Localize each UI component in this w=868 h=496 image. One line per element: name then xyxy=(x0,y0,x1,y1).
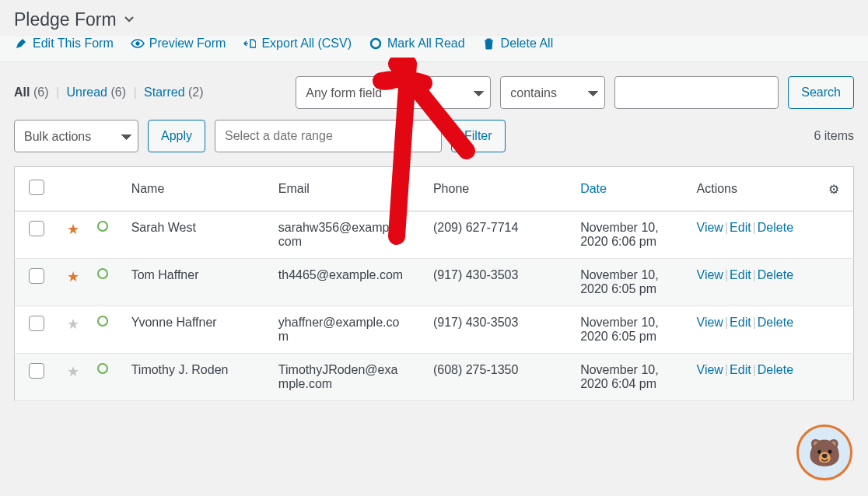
delete-all-label: Delete All xyxy=(501,37,554,51)
row-checkbox[interactable] xyxy=(29,363,44,379)
entry-name: Sarah West xyxy=(117,211,264,259)
entries-table: Name Email Phone Date Actions ⚙ ★Sarah W… xyxy=(14,166,854,401)
entry-phone: (608) 275-1350 xyxy=(419,354,566,401)
table-row: ★Sarah Westsarahw356@example.com(209) 62… xyxy=(15,211,854,259)
entry-date: November 10, 2020 6:05 pm xyxy=(566,259,682,306)
items-count: 6 items xyxy=(814,129,854,143)
edit-link[interactable]: Edit xyxy=(730,316,751,329)
status-filter-links: All (6) | Unread (6) | Starred (2) xyxy=(14,86,204,100)
page-title-dropdown-icon[interactable] xyxy=(123,12,135,28)
star-icon[interactable]: ★ xyxy=(67,269,79,285)
edit-link[interactable]: Edit xyxy=(730,268,751,281)
apply-button[interactable]: Apply xyxy=(148,120,205,152)
filter-bar: All (6) | Unread (6) | Starred (2) Any f… xyxy=(0,62,868,109)
filter-unread-count: (6) xyxy=(110,86,126,99)
column-email-header[interactable]: Email xyxy=(264,167,419,211)
table-row: ★Yvonne Haffneryhaffner@example.com(917)… xyxy=(15,306,854,354)
edit-link[interactable]: Edit xyxy=(730,363,751,376)
read-indicator-icon[interactable] xyxy=(97,268,108,279)
entry-date: November 10, 2020 6:06 pm xyxy=(566,211,682,259)
read-indicator-icon[interactable] xyxy=(97,316,108,327)
page-title-bar: Pledge Form xyxy=(0,0,868,37)
page-title: Pledge Form xyxy=(14,9,117,30)
entry-name: Tom Haffner xyxy=(117,259,264,306)
delete-link[interactable]: Delete xyxy=(758,268,793,281)
eye-icon xyxy=(131,37,145,51)
mascot-badge[interactable]: 🐻 xyxy=(796,424,852,480)
entry-email: sarahw356@example.com xyxy=(264,211,419,259)
row-actions: View|Edit|Delete xyxy=(683,306,854,354)
export-csv-link[interactable]: Export All (CSV) xyxy=(243,37,352,51)
delete-link[interactable]: Delete xyxy=(758,363,793,376)
entry-email: yhaffner@example.com xyxy=(264,306,419,354)
row-checkbox[interactable] xyxy=(29,316,44,331)
entry-name: Timothy J. Roden xyxy=(117,354,264,401)
table-row: ★Timothy J. RodenTimothyJRoden@example.c… xyxy=(15,354,854,401)
view-link[interactable]: View xyxy=(697,221,723,234)
filter-starred-link[interactable]: Starred xyxy=(144,86,184,99)
entry-date: November 10, 2020 6:05 pm xyxy=(566,306,682,354)
export-csv-label: Export All (CSV) xyxy=(261,37,352,51)
star-icon[interactable]: ★ xyxy=(67,222,79,237)
filter-all-label[interactable]: All xyxy=(14,86,30,99)
star-icon[interactable]: ★ xyxy=(67,316,79,332)
table-row: ★Tom Haffnerth4465@example.com(917) 430-… xyxy=(15,259,854,306)
entry-name: Yvonne Haffner xyxy=(117,306,264,354)
read-indicator-icon[interactable] xyxy=(97,363,108,374)
filter-starred-count: (2) xyxy=(188,86,204,99)
date-range-input[interactable] xyxy=(215,120,442,152)
entry-phone: (209) 627-7714 xyxy=(419,211,566,259)
export-icon xyxy=(243,37,257,51)
column-actions-header: Actions xyxy=(683,167,814,211)
svg-point-0 xyxy=(136,42,139,45)
svg-point-1 xyxy=(371,39,380,48)
edit-link[interactable]: Edit xyxy=(730,221,751,234)
star-icon[interactable]: ★ xyxy=(67,364,79,379)
bulk-actions-select[interactable]: Bulk actions xyxy=(14,120,138,152)
entry-email: TimothyJRoden@example.com xyxy=(264,354,419,401)
column-date-header[interactable]: Date xyxy=(580,182,607,195)
preview-form-label: Preview Form xyxy=(149,37,226,51)
circle-icon xyxy=(369,37,383,51)
search-input[interactable] xyxy=(614,76,779,109)
form-actions-toolbar: Edit This Form Preview Form Export All (… xyxy=(0,37,868,62)
delete-all-link[interactable]: Delete All xyxy=(482,37,554,51)
view-link[interactable]: View xyxy=(697,363,723,376)
row-actions: View|Edit|Delete xyxy=(683,211,854,259)
row-actions: View|Edit|Delete xyxy=(683,354,854,401)
form-field-select[interactable]: Any form field xyxy=(296,76,491,109)
edit-form-link[interactable]: Edit This Form xyxy=(14,37,114,51)
preview-form-link[interactable]: Preview Form xyxy=(131,37,226,51)
mark-all-read-label: Mark All Read xyxy=(387,37,465,51)
trash-icon xyxy=(482,37,496,51)
filter-button[interactable]: Filter xyxy=(451,120,506,152)
delete-link[interactable]: Delete xyxy=(758,316,793,329)
mark-all-read-link[interactable]: Mark All Read xyxy=(369,37,465,51)
entry-phone: (917) 430-3503 xyxy=(419,259,566,306)
view-link[interactable]: View xyxy=(697,316,723,329)
row-checkbox[interactable] xyxy=(29,221,44,236)
operator-select[interactable]: contains xyxy=(500,76,605,109)
row-actions: View|Edit|Delete xyxy=(683,259,854,306)
gear-icon[interactable]: ⚙ xyxy=(828,183,839,196)
pencil-icon xyxy=(14,37,28,51)
search-button[interactable]: Search xyxy=(788,76,854,109)
filter-all-count: (6) xyxy=(33,86,49,99)
entry-date: November 10, 2020 6:04 pm xyxy=(566,354,682,401)
delete-link[interactable]: Delete xyxy=(758,221,793,234)
filter-unread-link[interactable]: Unread xyxy=(67,86,107,99)
read-indicator-icon[interactable] xyxy=(97,221,108,232)
edit-form-label: Edit This Form xyxy=(33,37,114,51)
row-checkbox[interactable] xyxy=(29,268,44,284)
column-phone-header[interactable]: Phone xyxy=(419,167,566,211)
view-link[interactable]: View xyxy=(697,268,723,281)
select-all-checkbox[interactable] xyxy=(29,180,44,195)
bulk-row: Bulk actions Apply Filter 6 items xyxy=(0,109,868,166)
entry-phone: (917) 430-3503 xyxy=(419,306,566,354)
entry-email: th4465@example.com xyxy=(264,259,419,306)
column-name-header[interactable]: Name xyxy=(117,167,264,211)
